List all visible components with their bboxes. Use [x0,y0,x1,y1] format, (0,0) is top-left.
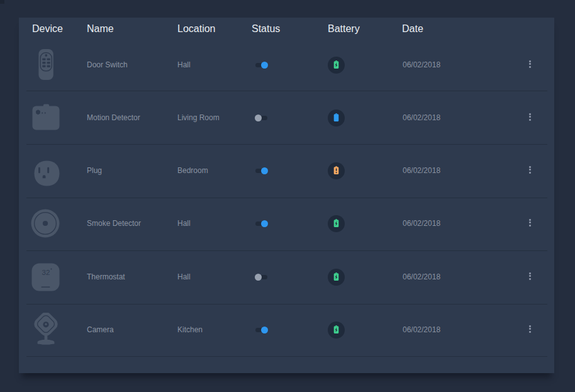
svg-text:32: 32 [42,269,50,276]
